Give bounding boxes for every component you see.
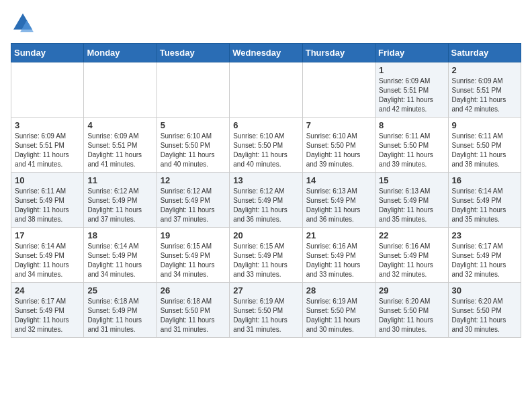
day-number: 13 xyxy=(233,175,298,185)
day-info: Sunrise: 6:19 AM Sunset: 5:50 PM Dayligh… xyxy=(306,297,371,334)
day-number: 9 xyxy=(452,120,517,130)
day-number: 19 xyxy=(161,230,226,240)
calendar-cell: 19Sunrise: 6:15 AM Sunset: 5:49 PM Dayli… xyxy=(157,228,229,283)
day-info: Sunrise: 6:14 AM Sunset: 5:49 PM Dayligh… xyxy=(452,187,517,224)
calendar-cell: 7Sunrise: 6:10 AM Sunset: 5:50 PM Daylig… xyxy=(302,118,375,173)
calendar-cell: 23Sunrise: 6:17 AM Sunset: 5:49 PM Dayli… xyxy=(448,228,521,283)
calendar-cell: 24Sunrise: 6:17 AM Sunset: 5:49 PM Dayli… xyxy=(11,283,84,338)
day-info: Sunrise: 6:12 AM Sunset: 5:49 PM Dayligh… xyxy=(233,187,298,224)
day-info: Sunrise: 6:09 AM Sunset: 5:51 PM Dayligh… xyxy=(15,132,80,169)
day-info: Sunrise: 6:14 AM Sunset: 5:49 PM Dayligh… xyxy=(87,242,152,279)
day-info: Sunrise: 6:09 AM Sunset: 5:51 PM Dayligh… xyxy=(87,132,152,169)
day-number: 29 xyxy=(379,285,444,295)
day-number: 7 xyxy=(306,120,371,130)
calendar-cell: 16Sunrise: 6:14 AM Sunset: 5:49 PM Dayli… xyxy=(448,173,521,228)
calendar-cell: 8Sunrise: 6:11 AM Sunset: 5:50 PM Daylig… xyxy=(375,118,448,173)
calendar-cell: 25Sunrise: 6:18 AM Sunset: 5:49 PM Dayli… xyxy=(84,283,157,338)
calendar-cell: 13Sunrise: 6:12 AM Sunset: 5:49 PM Dayli… xyxy=(230,173,302,228)
calendar-cell: 14Sunrise: 6:13 AM Sunset: 5:49 PM Dayli… xyxy=(302,173,375,228)
calendar-cell: 20Sunrise: 6:15 AM Sunset: 5:49 PM Dayli… xyxy=(230,228,302,283)
calendar-cell: 11Sunrise: 6:12 AM Sunset: 5:49 PM Dayli… xyxy=(84,173,157,228)
logo-icon xyxy=(11,11,35,35)
day-info: Sunrise: 6:20 AM Sunset: 5:50 PM Dayligh… xyxy=(452,297,517,334)
day-info: Sunrise: 6:12 AM Sunset: 5:49 PM Dayligh… xyxy=(161,187,226,224)
calendar-cell xyxy=(84,62,157,118)
day-number: 3 xyxy=(15,120,80,130)
day-info: Sunrise: 6:15 AM Sunset: 5:49 PM Dayligh… xyxy=(161,242,226,279)
calendar-week-row: 17Sunrise: 6:14 AM Sunset: 5:49 PM Dayli… xyxy=(11,228,521,283)
day-info: Sunrise: 6:11 AM Sunset: 5:50 PM Dayligh… xyxy=(379,132,444,169)
day-number: 10 xyxy=(15,175,80,185)
calendar-cell: 6Sunrise: 6:10 AM Sunset: 5:50 PM Daylig… xyxy=(230,118,302,173)
logo xyxy=(11,11,38,35)
calendar-cell: 22Sunrise: 6:16 AM Sunset: 5:49 PM Dayli… xyxy=(375,228,448,283)
calendar-cell: 30Sunrise: 6:20 AM Sunset: 5:50 PM Dayli… xyxy=(448,283,521,338)
day-number: 23 xyxy=(452,230,517,240)
day-number: 14 xyxy=(306,175,371,185)
day-info: Sunrise: 6:09 AM Sunset: 5:51 PM Dayligh… xyxy=(379,77,444,114)
calendar-week-row: 1Sunrise: 6:09 AM Sunset: 5:51 PM Daylig… xyxy=(11,62,521,118)
day-info: Sunrise: 6:10 AM Sunset: 5:50 PM Dayligh… xyxy=(161,132,226,169)
day-number: 16 xyxy=(452,175,517,185)
day-info: Sunrise: 6:19 AM Sunset: 5:50 PM Dayligh… xyxy=(233,297,298,334)
day-number: 5 xyxy=(161,120,226,130)
calendar-cell xyxy=(11,62,84,118)
day-number: 12 xyxy=(161,175,226,185)
calendar-cell: 3Sunrise: 6:09 AM Sunset: 5:51 PM Daylig… xyxy=(11,118,84,173)
day-info: Sunrise: 6:17 AM Sunset: 5:49 PM Dayligh… xyxy=(15,297,80,334)
day-number: 1 xyxy=(379,65,444,75)
calendar-cell: 10Sunrise: 6:11 AM Sunset: 5:49 PM Dayli… xyxy=(11,173,84,228)
day-info: Sunrise: 6:10 AM Sunset: 5:50 PM Dayligh… xyxy=(306,132,371,169)
calendar-cell xyxy=(302,62,375,118)
day-number: 2 xyxy=(452,65,517,75)
day-number: 26 xyxy=(161,285,226,295)
day-number: 18 xyxy=(87,230,152,240)
day-number: 4 xyxy=(87,120,152,130)
calendar-cell: 27Sunrise: 6:19 AM Sunset: 5:50 PM Dayli… xyxy=(230,283,302,338)
header-day: Wednesday xyxy=(230,44,302,62)
calendar-cell: 9Sunrise: 6:11 AM Sunset: 5:50 PM Daylig… xyxy=(448,118,521,173)
day-number: 27 xyxy=(233,285,298,295)
calendar-cell: 28Sunrise: 6:19 AM Sunset: 5:50 PM Dayli… xyxy=(302,283,375,338)
calendar-cell: 1Sunrise: 6:09 AM Sunset: 5:51 PM Daylig… xyxy=(375,62,448,118)
calendar-cell: 12Sunrise: 6:12 AM Sunset: 5:49 PM Dayli… xyxy=(157,173,229,228)
day-info: Sunrise: 6:13 AM Sunset: 5:49 PM Dayligh… xyxy=(379,187,444,224)
day-info: Sunrise: 6:16 AM Sunset: 5:49 PM Dayligh… xyxy=(306,242,371,279)
calendar-header: SundayMondayTuesdayWednesdayThursdayFrid… xyxy=(11,44,521,62)
calendar-week-row: 10Sunrise: 6:11 AM Sunset: 5:49 PM Dayli… xyxy=(11,173,521,228)
day-number: 28 xyxy=(306,285,371,295)
day-info: Sunrise: 6:15 AM Sunset: 5:49 PM Dayligh… xyxy=(233,242,298,279)
day-number: 11 xyxy=(87,175,152,185)
calendar-cell: 5Sunrise: 6:10 AM Sunset: 5:50 PM Daylig… xyxy=(157,118,229,173)
day-number: 20 xyxy=(233,230,298,240)
calendar-week-row: 24Sunrise: 6:17 AM Sunset: 5:49 PM Dayli… xyxy=(11,283,521,338)
day-info: Sunrise: 6:18 AM Sunset: 5:50 PM Dayligh… xyxy=(161,297,226,334)
calendar-cell: 2Sunrise: 6:09 AM Sunset: 5:51 PM Daylig… xyxy=(448,62,521,118)
calendar-cell: 15Sunrise: 6:13 AM Sunset: 5:49 PM Dayli… xyxy=(375,173,448,228)
day-info: Sunrise: 6:20 AM Sunset: 5:50 PM Dayligh… xyxy=(379,297,444,334)
page-header xyxy=(11,11,521,35)
header-row: SundayMondayTuesdayWednesdayThursdayFrid… xyxy=(11,44,521,62)
calendar-cell: 17Sunrise: 6:14 AM Sunset: 5:49 PM Dayli… xyxy=(11,228,84,283)
calendar-cell xyxy=(157,62,229,118)
day-number: 22 xyxy=(379,230,444,240)
day-number: 6 xyxy=(233,120,298,130)
calendar-week-row: 3Sunrise: 6:09 AM Sunset: 5:51 PM Daylig… xyxy=(11,118,521,173)
day-number: 21 xyxy=(306,230,371,240)
header-day: Friday xyxy=(375,44,448,62)
day-number: 24 xyxy=(15,285,80,295)
header-day: Saturday xyxy=(448,44,521,62)
day-info: Sunrise: 6:10 AM Sunset: 5:50 PM Dayligh… xyxy=(233,132,298,169)
day-number: 17 xyxy=(15,230,80,240)
calendar-cell: 4Sunrise: 6:09 AM Sunset: 5:51 PM Daylig… xyxy=(84,118,157,173)
day-info: Sunrise: 6:18 AM Sunset: 5:49 PM Dayligh… xyxy=(87,297,152,334)
calendar-cell: 21Sunrise: 6:16 AM Sunset: 5:49 PM Dayli… xyxy=(302,228,375,283)
day-info: Sunrise: 6:16 AM Sunset: 5:49 PM Dayligh… xyxy=(379,242,444,279)
header-day: Monday xyxy=(84,44,157,62)
day-info: Sunrise: 6:12 AM Sunset: 5:49 PM Dayligh… xyxy=(87,187,152,224)
header-day: Thursday xyxy=(302,44,375,62)
day-info: Sunrise: 6:13 AM Sunset: 5:49 PM Dayligh… xyxy=(306,187,371,224)
day-info: Sunrise: 6:09 AM Sunset: 5:51 PM Dayligh… xyxy=(452,77,517,114)
day-number: 8 xyxy=(379,120,444,130)
day-info: Sunrise: 6:11 AM Sunset: 5:50 PM Dayligh… xyxy=(452,132,517,169)
